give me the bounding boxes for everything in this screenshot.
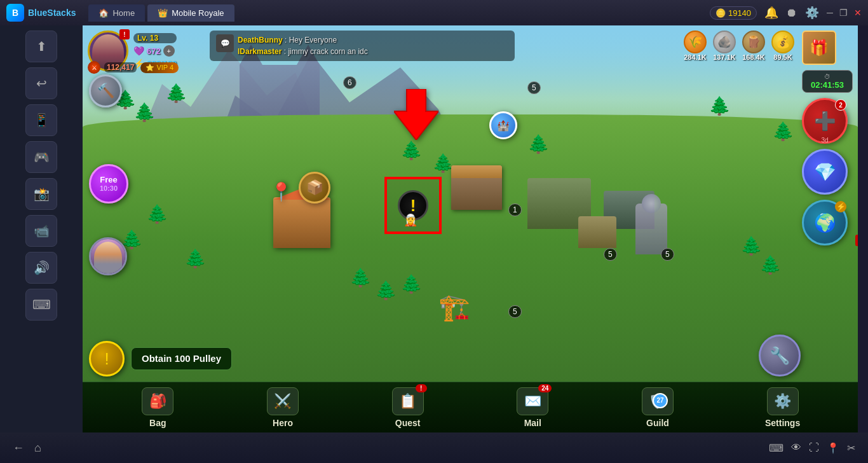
tree-6: 🌲 <box>400 140 423 161</box>
bag-icon-bg: 🎒 <box>142 387 173 415</box>
quest-nav-label: Quest <box>395 418 421 428</box>
hammer-icon: 🔨 <box>89 74 122 107</box>
gift-box-btn[interactable]: 🎁 <box>802 31 836 65</box>
tree-13: 🌲 <box>375 280 397 301</box>
minimize-btn[interactable]: ─ <box>827 8 833 18</box>
hero-avatar-bg <box>91 239 125 273</box>
location-pin: 📍 <box>270 181 292 202</box>
timer-value: 02:41:53 <box>808 80 847 90</box>
free-button[interactable]: Free 10:30 <box>89 164 128 204</box>
heal-timer: 3d <box>802 137 848 144</box>
location-icon-btn[interactable]: 📍 <box>827 442 839 454</box>
tree-5: 🌲 <box>772 121 794 142</box>
nav-quest[interactable]: 📋 ! Quest <box>376 387 440 428</box>
bluestacks-logo: B BlueStacks <box>6 4 76 22</box>
sidebar-btn-3[interactable]: 📱 <box>25 104 57 136</box>
tree-14: 🌲 <box>400 273 423 294</box>
sidebar-btn-2[interactable]: ↩ <box>25 67 57 99</box>
home-btn[interactable]: ⌂ <box>34 441 41 455</box>
coin-icon: 🪙 <box>715 8 726 18</box>
back-btn[interactable]: ← <box>13 441 24 455</box>
sidebar-btn-1[interactable]: ⬆ <box>25 31 57 62</box>
crystal-btn[interactable]: 💎 <box>802 149 848 195</box>
settings-icon[interactable]: ⚙️ <box>805 6 819 20</box>
guild-badge-num: 27 <box>656 397 663 404</box>
record-icon[interactable]: ⏺ <box>786 6 797 20</box>
heal-badge: 2 <box>835 99 846 111</box>
eye-icon-btn[interactable]: 👁 <box>791 442 801 454</box>
hero-figure <box>94 242 122 273</box>
settings-label: Settings <box>765 418 800 428</box>
bottom-left-controls: ← ⌂ <box>13 441 41 455</box>
nav-hero[interactable]: ⚔️ Hero <box>251 387 315 428</box>
hero-icon-bg: ⚔️ <box>267 387 299 415</box>
nav-guild[interactable]: 🛡️ 27 Guild <box>626 387 689 428</box>
guild-icon-bg: 🛡️ 27 <box>642 387 674 415</box>
hero-avatar-circle <box>89 237 127 275</box>
coin-display: 🪙 19140 <box>710 6 757 20</box>
titlebar: B BlueStacks 🏠 Home 👑 Mobile Royale 🪙 19… <box>0 0 868 25</box>
right-side-buttons: 🎁 ⏱ 02:41:53 ➕ 2 3d 💎 🌍 ⚡ <box>802 31 853 245</box>
sidebar-btn-7[interactable]: 🔊 <box>25 252 57 284</box>
restore-btn[interactable]: ❐ <box>839 8 848 18</box>
heal-btn-container: ➕ 2 3d <box>802 98 848 144</box>
settings-icon-bg: ⚙️ <box>767 387 799 415</box>
tree-9: 🌲 <box>146 204 168 225</box>
nav-mail[interactable]: ✉️ 24 Mail <box>501 387 564 428</box>
guild-label: Guild <box>646 418 669 428</box>
sidebar-btn-4[interactable]: 🎮 <box>25 141 57 173</box>
hammer-button[interactable]: 🔨 <box>89 74 122 107</box>
game-area[interactable]: 🌲 🌲 🌲 🌲 🌲 🌲 🌲 🌲 🌲 🌲 🌲 🌲 🌲 🌲 🌲 🌲 🏗️ <box>83 25 858 432</box>
quest-label: Obtain 100 Pulley <box>142 353 221 364</box>
bluestacks-bottom-bar: ← ⌂ ⌨ 👁 ⛶ 📍 ✂ <box>0 432 868 463</box>
tab-home[interactable]: 🏠 Home <box>88 4 145 22</box>
quest-icon-bg: 📋 ! <box>392 387 424 415</box>
free-timer: 10:30 <box>100 184 118 192</box>
nav-settings[interactable]: ⚙️ Settings <box>751 387 815 428</box>
game-nav-bar: 🎒 Bag ⚔️ Hero 📋 ! Quest ✉️ 24 Mail <box>83 382 858 432</box>
hero-avatar-left[interactable]: ! <box>89 237 858 275</box>
titlebar-right: 🪙 19140 🔔 ⏺ ⚙️ ─ ❐ ✕ <box>710 6 862 20</box>
sidebar-btn-5[interactable]: 📸 <box>25 178 57 210</box>
guild-badge: 27 <box>653 393 668 408</box>
map-marker-blue: 🏰 <box>489 111 517 139</box>
home-icon: 🏠 <box>98 8 109 18</box>
close-btn[interactable]: ✕ <box>854 8 862 18</box>
window-controls: ─ ❐ ✕ <box>827 8 862 18</box>
map-number-1: 1 <box>508 204 522 216</box>
bs-brand-name: BlueStacks <box>28 8 76 18</box>
free-btn-inner: Free 10:30 <box>89 164 128 204</box>
mail-badge: 24 <box>538 384 552 392</box>
tab-mobile-royale[interactable]: 👑 Mobile Royale <box>147 4 234 22</box>
tree-3: 🌲 <box>165 83 187 104</box>
quest-circle-icon: ! <box>89 341 125 377</box>
sidebar-btn-8[interactable]: ⌨ <box>25 289 57 321</box>
map-number-5-top: 5 <box>527 81 541 94</box>
keyboard-icon-btn[interactable]: ⌨ <box>769 442 783 454</box>
nav-bag[interactable]: 🎒 Bag <box>126 387 189 428</box>
red-arrow <box>394 89 438 142</box>
map-number-5-bottom: 5 <box>508 305 522 318</box>
globe-btn-container: 🌍 ⚡ <box>802 200 848 245</box>
treasure-chest-btn[interactable]: 📦 <box>299 172 330 204</box>
svg-marker-0 <box>394 89 438 140</box>
cut-icon-btn[interactable]: ✂ <box>847 442 855 454</box>
hero-icon: ⚔️ <box>274 393 291 410</box>
globe-lightning-icon: ⚡ <box>835 201 846 212</box>
hero-alert-badge: ! <box>855 235 858 246</box>
tools-btn-area[interactable]: 🔧 <box>759 335 801 377</box>
mail-label: Mail <box>524 418 541 428</box>
bell-icon[interactable]: 🔔 <box>764 6 778 20</box>
sidebar-btn-6[interactable]: 📹 <box>25 215 57 247</box>
mail-icon: ✉️ <box>524 393 541 410</box>
quest-display[interactable]: ! Obtain 100 Pulley <box>89 341 232 377</box>
mail-icon-bg: ✉️ 24 <box>517 387 548 415</box>
bag-icon: 🎒 <box>149 393 166 410</box>
bag-label: Bag <box>149 418 166 428</box>
crane: 🏗️ <box>438 293 470 322</box>
bluestacks-sidebar: ⬆ ↩ 📱 🎮 📸 📹 🔊 ⌨ <box>0 25 83 463</box>
map-number-6: 6 <box>343 76 356 89</box>
game-icon: 👑 <box>158 8 168 18</box>
screen-icon-btn[interactable]: ⛶ <box>809 442 819 454</box>
coin-value: 19140 <box>728 8 751 18</box>
